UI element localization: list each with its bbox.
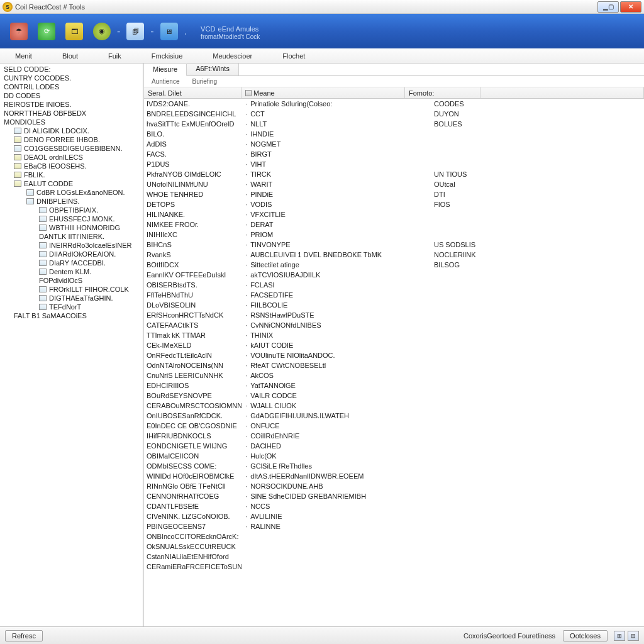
table-row[interactable]: FACS.· BIRGT [144, 149, 644, 159]
status-close-button[interactable]: Ootcloses [563, 630, 608, 641]
table-row[interactable]: INIHIIcXC· PRIOM [144, 230, 644, 240]
table-row[interactable]: OnIUBOSESanRfCDCK.· GdADGEIFIHI.UIUNS.IL… [144, 411, 644, 421]
table-row[interactable]: IHifFRIUBDNKOCLS· COilIRdEhNRIE [144, 431, 644, 441]
toolbar-icon-4[interactable]: ◉ [93, 23, 111, 40]
tree-node[interactable]: DEAOL ordnILECS [0, 153, 143, 162]
table-row[interactable]: BOtIfIDCX· Sittectilet atingeBILSOG [144, 260, 644, 270]
table-row[interactable]: FflTeHBNdThU· FACSEDTIFE [144, 290, 644, 300]
subtab-1[interactable]: A6Ft:Wints [187, 64, 239, 75]
tree-node[interactable]: CO1GGESBDIGEUGEBIBENN. [0, 144, 143, 153]
table-row[interactable]: ERfSHconHRCTTsNdCK· RSNStHawIPDuSTE [144, 310, 644, 320]
table-row[interactable]: PBINGEOCEENS7· RALINNE [144, 521, 644, 531]
tree-node[interactable]: DIGTHAEaTfaGHIN. [0, 294, 143, 303]
table-row[interactable]: OBIMaICEIICON· Hulc(OK [144, 451, 644, 461]
tree-node[interactable]: DENO FORREE IHBOB. [0, 135, 143, 144]
tree-node[interactable]: Dentem KLM. [0, 267, 143, 276]
table-row[interactable]: CEk-IMeXELD· kAIUT CODIE [144, 340, 644, 350]
tree-node[interactable]: FALT B1 SaMAACOiES [0, 311, 143, 320]
tree-node[interactable]: FOPdividlOcS [0, 276, 143, 285]
table-row[interactable]: CstanNIALiiaEtENHifOford [144, 552, 644, 562]
table-row[interactable]: OnRFedcTLtEilcAclN· VOUlinuTE NIOlitaAND… [144, 350, 644, 360]
table-row[interactable]: RvankS· AUBCLEUIVEl 1 DVEL BNEDBOKE TbMK… [144, 250, 644, 260]
table-row[interactable]: ODMbISECSS COME:· GClSiLE fReThdlles [144, 461, 644, 471]
tree-node[interactable]: MONDIOLES [0, 118, 143, 126]
toolbar-icon-5[interactable]: 🗐 [126, 23, 144, 40]
table-row[interactable]: DLoVBISEOLIN· FIILBCOLIE [144, 300, 644, 310]
status-icon-2[interactable]: ⊟ [628, 631, 639, 641]
table-row[interactable]: BOuRdSEYSNOVPE· VAILR CODCE [144, 391, 644, 401]
table-row[interactable]: CERamiERaFRCEFICEToSUN [144, 562, 644, 572]
menu-item-0[interactable]: Menit [0, 48, 47, 63]
table-row[interactable]: WHOE TENHRED· PINDiEDTI [144, 189, 644, 199]
tree-node[interactable]: CONTRIL LODES [0, 82, 143, 91]
table-row[interactable]: BNDRELEEDSGINCEHICHL· CCTDUYON [144, 109, 644, 119]
table-row[interactable]: RINnNGlo OBfE TFeNtCll· NORSOCIKDUNE.AHB [144, 481, 644, 491]
tree-node[interactable]: EALUT CODDE [0, 179, 143, 188]
toolbar-icon-2[interactable]: ⟳ [38, 23, 55, 40]
table-row[interactable]: OdnNTAlroNOCEINs(NN· RfeAT CWtCNOBESELtl [144, 360, 644, 370]
refresh-button[interactable]: Refresc [5, 630, 43, 641]
minimize-button[interactable]: ▁▢ [597, 1, 619, 13]
table-row[interactable]: DETOPS· VODISFIOS [144, 199, 644, 209]
tree-node[interactable]: CUNTRY COCODES. [0, 74, 143, 82]
table-row[interactable]: PkfraNYOB OlMdELOlC· TIRCKUN TIOUS [144, 169, 644, 179]
menu-item-5[interactable]: Flochet [267, 48, 320, 63]
table-row[interactable]: P1DUS· VIHT [144, 159, 644, 169]
table-row[interactable]: CENNONfRHATfCOEG· SINE SdheCIDED GREBANR… [144, 491, 644, 501]
close-button[interactable]: ✕ [620, 1, 641, 13]
toolbar-icon-6[interactable]: 🖥 [160, 23, 178, 40]
table-row[interactable]: EONDCNIGETLE WIIJNG· DAClHED [144, 441, 644, 451]
tree-node[interactable]: INEIRRdRo3olcaelEsINER [0, 241, 143, 250]
tree-node[interactable]: WBTHIll HONMORIDG [0, 223, 143, 232]
table-row[interactable]: UNofolNILINMfUNU· WARITOUtcal [144, 179, 644, 189]
tree-node[interactable]: SELD CODDE: [0, 65, 143, 74]
table-row[interactable]: TTImak kK TTMAR· THINIX [144, 330, 644, 340]
subtab2-0[interactable]: Auntience [152, 78, 179, 85]
table-row[interactable]: OkSNUALSskECCUtREUCK [144, 541, 644, 552]
table-row[interactable]: CnuNriS LEERICuNNHK· AkCOS [144, 370, 644, 380]
table-row[interactable]: BILO.· IHNDIE [144, 129, 644, 139]
menu-item-1[interactable]: Blout [47, 48, 93, 63]
table-row[interactable]: OBISERBtsdTS.· FCLASI [144, 280, 644, 290]
tree-node[interactable]: CdBR LOGsLEx&anoNEON. [0, 188, 143, 197]
status-icon-1[interactable]: ⊞ [614, 631, 625, 641]
table-row[interactable]: CIVeNINK. LiZGCoNOIOB.· AVLILINIE [144, 511, 644, 521]
tree-node[interactable]: NORRTTHEAB OBFBEDX [0, 109, 143, 118]
tree-node[interactable]: FROrkILLT FIIHOR.COLK [0, 285, 143, 294]
tree-node[interactable]: EHUSSFECJ MONK. [0, 214, 143, 223]
tree-node[interactable]: DIIARdIOkOREAION. [0, 250, 143, 258]
col-header-1[interactable]: Seral. Dilet [144, 87, 242, 98]
tree-node[interactable]: REIROSTDE INIOES. [0, 100, 143, 109]
table-row[interactable]: CDANTLFBSEfE· NCCS [144, 501, 644, 511]
menu-item-4[interactable]: Meudescioer [197, 48, 267, 63]
tree-node[interactable]: FBLIK. [0, 170, 143, 179]
subtab-0[interactable]: Miesure [144, 64, 187, 76]
table-row[interactable]: EDHCIRIIIOS· YatTANNOlGE [144, 380, 644, 391]
table-row[interactable]: WINIDd HOf0cEIROBMClkE· dItAS.tHEERdNanI… [144, 471, 644, 481]
table-row[interactable]: NIMKEE FROOr.· DERAT [144, 219, 644, 230]
table-row[interactable]: IVDS2:OANE.· Prinatiole Sdluring(Colseo:… [144, 99, 644, 109]
tree-node[interactable]: DANTLK IITI'INIERK. [0, 232, 143, 241]
menu-item-2[interactable]: Fuik [93, 48, 136, 63]
tree-node[interactable]: DI ALIGIDK LDOCIX. [0, 126, 143, 135]
table-row[interactable]: BIHCnS· TINVONYPEUS SODSLIS [144, 240, 644, 250]
table-row[interactable]: E0InDEC CE OB'CGOSDNIE· ONFUCE [144, 421, 644, 431]
tree-node[interactable]: DNIBPLEINS. [0, 197, 143, 206]
table-row[interactable]: EannlKV OFTFEEeDuIskl· akTCVIOSIUBAJDIIL… [144, 270, 644, 280]
tree-node[interactable]: OBPETIBFIAIX. [0, 206, 143, 214]
col-header-2[interactable]: Meane [242, 87, 405, 98]
table-row[interactable]: CERABOuMRSCTCOSIOMNNODJEII· WJALL CIUOK [144, 401, 644, 411]
col-header-3[interactable]: Fomoto: [405, 87, 480, 98]
table-row[interactable]: ONBIncoCCITOREcknOArcK: [144, 531, 644, 541]
tree-node[interactable]: DD CODES [0, 91, 143, 100]
table-row[interactable]: CATEFAACtlkTS· CvNNiCNONfdLNIBES [144, 320, 644, 330]
table-row[interactable]: AdDIS· NOGMET [144, 139, 644, 149]
tree-node[interactable]: EBaCB IEOOSEHS. [0, 162, 143, 170]
toolbar-icon-1[interactable]: ☂ [10, 23, 28, 40]
tree-node[interactable]: DIaRY fACCEDBI. [0, 258, 143, 267]
menu-item-3[interactable]: Fmckisiue [136, 48, 198, 63]
table-row[interactable]: hvaSitTTtc ExMUEnfOOrelD· NLLTBOLUES [144, 119, 644, 129]
table-row[interactable]: HILINANKE.· VFXCITLIE [144, 209, 644, 219]
toolbar-icon-3[interactable]: 🗔 [65, 23, 83, 40]
tree-node[interactable]: TEFdNorT [0, 303, 143, 311]
